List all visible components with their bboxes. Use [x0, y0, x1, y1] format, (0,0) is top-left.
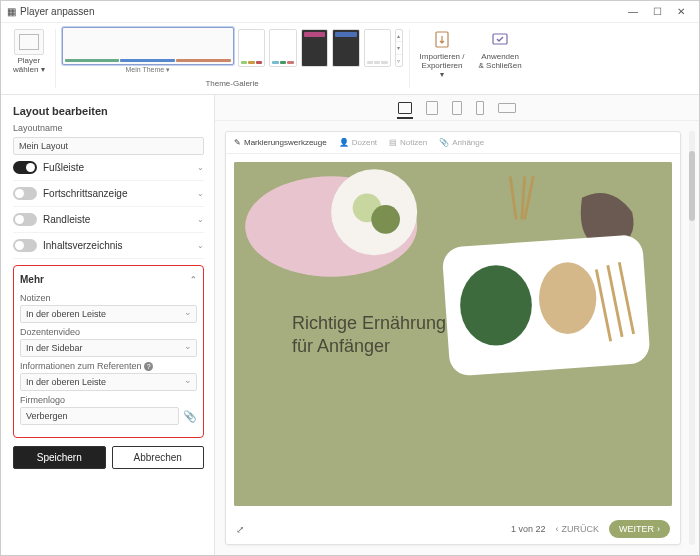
pen-icon: ✎	[234, 138, 241, 147]
device-desktop[interactable]	[398, 102, 412, 114]
chevron-right-icon: ›	[657, 524, 660, 534]
cancel-button[interactable]: Abbrechen	[112, 446, 205, 469]
player-tabs: ✎Markierungswerkzeuge 👤Dozent ▤Notizen 📎…	[226, 132, 680, 154]
app-icon: ▦	[7, 6, 16, 17]
device-phone[interactable]	[476, 101, 484, 115]
player-canvas: ✎Markierungswerkzeuge 👤Dozent ▤Notizen 📎…	[225, 131, 681, 545]
more-heading[interactable]: Mehr⌃	[20, 272, 197, 289]
choose-player-button[interactable]: Player wählen ▾	[9, 27, 49, 90]
referent-select[interactable]: In der oberen Leiste	[20, 373, 197, 391]
chevron-up-icon: ⌃	[190, 275, 197, 284]
sidebar-heading: Layout bearbeiten	[13, 105, 204, 117]
save-button[interactable]: Speichern	[13, 446, 106, 469]
back-button[interactable]: ‹ZURÜCK	[556, 524, 600, 534]
titlebar: ▦ Player anpassen — ☐ ✕	[1, 1, 699, 23]
chevron-left-icon: ‹	[556, 524, 559, 534]
preview-pane: ✎Markierungswerkzeuge 👤Dozent ▤Notizen 📎…	[215, 95, 699, 555]
apply-close-button[interactable]: Anwenden & Schließen	[474, 27, 525, 90]
scrollbar[interactable]	[689, 131, 695, 545]
chevron-down-icon[interactable]: ⌄	[197, 189, 204, 198]
toggle-randleiste[interactable]	[13, 213, 37, 226]
dozent-label: Dozentenvideo	[20, 327, 197, 337]
toggle-row-randleiste[interactable]: Randleiste ⌄	[13, 207, 204, 233]
page-indicator: 1 von 22	[511, 524, 546, 534]
minimize-button[interactable]: —	[621, 6, 645, 17]
theme-thumb[interactable]	[269, 29, 296, 67]
device-widescreen[interactable]	[498, 103, 516, 113]
person-icon: 👤	[339, 138, 349, 147]
toggle-row-fussleiste[interactable]: Fußleiste ⌄	[13, 155, 204, 181]
theme-thumb[interactable]	[238, 29, 265, 67]
theme-thumb-current[interactable]: Mein Theme ▾	[62, 27, 234, 65]
chevron-down-icon[interactable]: ⌄	[197, 241, 204, 250]
logo-select[interactable]: Verbergen	[20, 407, 179, 425]
slide-title: Richtige Ernährung für Anfänger	[292, 312, 446, 357]
window-title: Player anpassen	[20, 6, 95, 17]
theme-thumb[interactable]	[301, 29, 328, 67]
theme-gallery: Mein Theme ▾ ▴▾▿ Theme-Galerie	[62, 27, 403, 90]
close-button[interactable]: ✕	[669, 6, 693, 17]
toggle-fussleiste[interactable]	[13, 161, 37, 174]
player-footer: ⤢ 1 von 22 ‹ZURÜCK WEITER›	[226, 514, 680, 544]
chevron-down-icon[interactable]: ⌄	[197, 215, 204, 224]
svg-point-6	[371, 205, 400, 234]
note-icon: ▤	[389, 138, 397, 147]
more-section: Mehr⌃ Notizen In der oberen Leiste Dozen…	[13, 265, 204, 438]
tab-dozent[interactable]: 👤Dozent	[339, 138, 377, 147]
toggle-fortschritt[interactable]	[13, 187, 37, 200]
svg-point-8	[460, 265, 532, 345]
slide-preview: Richtige Ernährung für Anfänger	[234, 162, 672, 506]
notizen-select[interactable]: In der oberen Leiste	[20, 305, 197, 323]
help-icon[interactable]: ?	[144, 362, 153, 371]
svg-point-9	[539, 262, 596, 334]
svg-rect-1	[493, 34, 507, 44]
theme-thumb[interactable]	[332, 29, 359, 67]
toggle-inhalt[interactable]	[13, 239, 37, 252]
sidebar: Layout bearbeiten Layoutname Fußleiste ⌄…	[1, 95, 215, 555]
maximize-button[interactable]: ☐	[645, 6, 669, 17]
clip-icon: 📎	[439, 138, 449, 147]
monitor-icon	[14, 29, 44, 55]
import-export-button[interactable]: Importieren / Exportieren ▾	[416, 27, 469, 90]
theme-thumb[interactable]	[364, 29, 391, 67]
attach-icon[interactable]: 📎	[183, 410, 197, 423]
logo-label: Firmenlogo	[20, 395, 197, 405]
fullscreen-button[interactable]: ⤢	[236, 524, 244, 535]
ribbon: Player wählen ▾ Mein Theme ▾ ▴▾▿ Theme-G…	[1, 23, 699, 95]
dozent-select[interactable]: In der Sidebar	[20, 339, 197, 357]
tab-markup[interactable]: ✎Markierungswerkzeuge	[234, 138, 327, 147]
toggle-row-fortschritt[interactable]: Fortschrittsanzeige ⌄	[13, 181, 204, 207]
device-bar	[215, 95, 699, 121]
tab-anhange[interactable]: 📎Anhänge	[439, 138, 484, 147]
layoutname-label: Layoutname	[13, 123, 204, 133]
device-tablet-portrait[interactable]	[452, 101, 462, 115]
import-export-icon	[431, 29, 453, 51]
gallery-scroll[interactable]: ▴▾▿	[395, 29, 403, 67]
layoutname-input[interactable]	[13, 137, 204, 155]
device-tablet-landscape[interactable]	[426, 101, 438, 115]
apply-icon	[489, 29, 511, 51]
chevron-down-icon[interactable]: ⌄	[197, 163, 204, 172]
referent-label: Informationen zum Referenten ?	[20, 361, 197, 371]
next-button[interactable]: WEITER›	[609, 520, 670, 538]
notizen-label: Notizen	[20, 293, 197, 303]
tab-notizen[interactable]: ▤Notizen	[389, 138, 427, 147]
toggle-row-inhalt[interactable]: Inhaltsverzeichnis ⌄	[13, 233, 204, 259]
